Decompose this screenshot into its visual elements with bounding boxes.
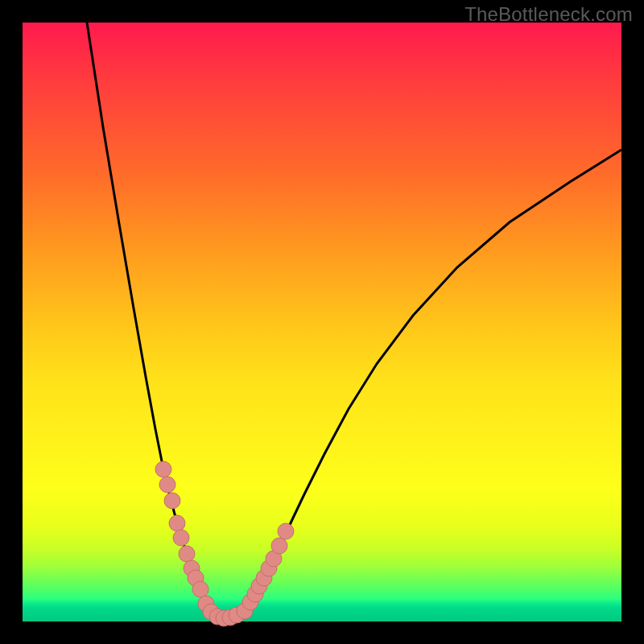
- watermark-text: TheBottleneck.com: [464, 3, 633, 26]
- marker-dot: [164, 493, 180, 509]
- marker-dot: [179, 546, 195, 562]
- marker-dot: [271, 538, 287, 554]
- marker-dot: [173, 530, 189, 546]
- curve-right-branch: [244, 150, 621, 612]
- marker-dot: [192, 581, 208, 597]
- marker-dot: [169, 515, 185, 531]
- marker-dot: [155, 461, 171, 477]
- chart-plot-area: [23, 23, 621, 621]
- curve-left-branch: [87, 23, 209, 612]
- chart-svg: [23, 23, 621, 621]
- marker-dot: [278, 523, 294, 539]
- marker-group: [155, 461, 294, 626]
- marker-dot: [159, 477, 175, 493]
